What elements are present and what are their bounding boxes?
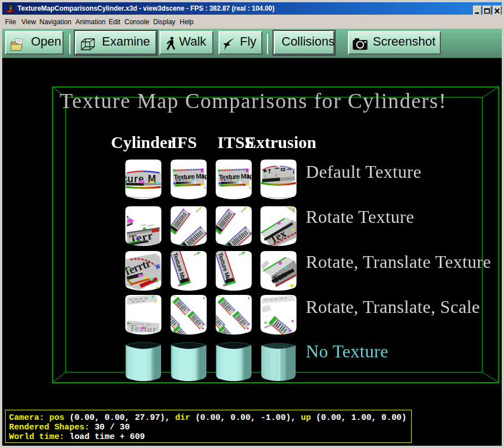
svg-text:Rotate Texture: Rotate Texture	[306, 207, 414, 227]
svg-text:No Texture: No Texture	[306, 341, 389, 361]
svg-text:Default Texture: Default Texture	[306, 162, 421, 182]
svg-text:Rotate, Translate Texture: Rotate, Translate Texture	[306, 252, 491, 272]
svg-text:Texture Map Comparisons for Cy: Texture Map Comparisons for Cylinders!	[60, 89, 447, 113]
svg-text:Extrusion: Extrusion	[245, 133, 316, 151]
svg-text:IFS: IFS	[171, 133, 197, 151]
svg-text:Rotate, Translate, Scale: Rotate, Translate, Scale	[306, 297, 480, 317]
svg-text:Cylinder: Cylinder	[111, 133, 175, 151]
